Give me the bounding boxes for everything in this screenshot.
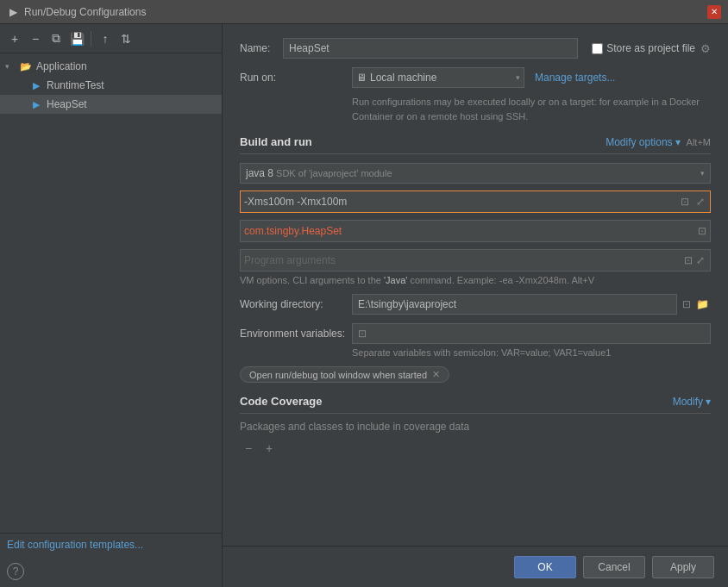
remove-config-button[interactable]: − — [26, 29, 45, 48]
env-vars-input[interactable]: ⊡ — [352, 323, 711, 344]
sdk-select-text: java 8 SDK of 'javaproject' module — [246, 167, 700, 179]
sidebar-toolbar: + − ⧉ 💾 ↑ ⇅ — [0, 24, 222, 53]
tree-expand-arrow: ▾ — [5, 62, 17, 71]
tree-item-heapset[interactable]: ▶ HeapSet — [0, 95, 222, 114]
run-on-select[interactable]: 🖥 Local machine ▾ — [352, 67, 524, 88]
env-vars-label: Environment variables: — [240, 328, 352, 340]
name-input[interactable] — [283, 38, 578, 59]
bottom-bar: OK Cancel Apply — [223, 546, 728, 587]
vm-options-copy-icon[interactable]: ⊡ — [679, 196, 691, 208]
sdk-select[interactable]: java 8 SDK of 'javaproject' module ▾ — [240, 163, 711, 184]
coverage-toolbar: − + — [240, 440, 711, 457]
move-up-button[interactable]: ↑ — [96, 29, 115, 48]
heapset-icon: ▶ — [29, 97, 43, 111]
program-args-expand-icon[interactable]: ⤢ — [694, 254, 706, 266]
gear-icon[interactable]: ⚙ — [700, 42, 711, 55]
coverage-modify-link[interactable]: Modify ▾ — [673, 396, 711, 408]
chip-label: Open run/debug tool window when started — [249, 370, 427, 380]
code-coverage-title: Code Coverage — [240, 395, 322, 408]
chip-container: Open run/debug tool window when started … — [240, 366, 711, 383]
help-button[interactable]: ? — [7, 563, 24, 580]
vm-options-hint: VM options. CLI arguments to the 'Java' … — [240, 275, 711, 285]
shortcut-hint: Alt+M — [687, 137, 711, 147]
vm-options-expand-icon[interactable]: ⤢ — [694, 196, 706, 208]
name-input-wrap — [283, 38, 578, 59]
program-args-row: Program arguments ⊡ ⤢ — [240, 249, 711, 272]
remove-coverage-button[interactable]: − — [240, 440, 257, 457]
runtimetest-icon: ▶ — [29, 78, 43, 92]
heapset-label: HeapSet — [47, 98, 87, 110]
main-class-value: com.tsingby.HeapSet — [244, 225, 698, 237]
application-group-label: Application — [36, 60, 87, 72]
env-semicolon-hint: Separate variables with semicolon: VAR=v… — [352, 347, 711, 358]
program-args-placeholder: Program arguments — [244, 254, 682, 266]
copy-config-button[interactable]: ⧉ — [47, 29, 66, 48]
chip-close-button[interactable]: ✕ — [432, 369, 440, 380]
program-args-copy-icon[interactable]: ⊡ — [682, 254, 694, 266]
sdk-desc: SDK of 'javaproject' module — [273, 168, 392, 178]
cancel-button[interactable]: Cancel — [583, 556, 645, 578]
app-icon: ▶ — [7, 6, 19, 18]
run-on-label: Run on: — [240, 72, 352, 84]
add-coverage-button[interactable]: + — [260, 440, 278, 457]
main-class-row: com.tsingby.HeapSet ⊡ — [240, 220, 711, 242]
run-on-dropdown-arrow: ▾ — [516, 73, 520, 82]
form-area: Name: Store as project file ⚙ Run on: 🖥 — [223, 24, 728, 546]
working-dir-browse-icon[interactable]: 📁 — [694, 298, 711, 310]
right-panel: Name: Store as project file ⚙ Run on: 🖥 — [223, 24, 728, 587]
store-project-checkbox-wrap: Store as project file — [592, 42, 695, 54]
sdk-dropdown-arrow: ▾ — [700, 169, 705, 178]
title-bar: ▶ Run/Debug Configurations ✕ — [0, 0, 728, 24]
main-layout: + − ⧉ 💾 ↑ ⇅ ▾ 📂 Application ▶ RuntimeTes… — [0, 24, 728, 587]
save-config-button[interactable]: 💾 — [67, 29, 86, 48]
main-class-copy-icon[interactable]: ⊡ — [698, 225, 706, 237]
tree-item-runtimetest[interactable]: ▶ RuntimeTest — [0, 76, 222, 95]
tree-group-application[interactable]: ▾ 📂 Application — [0, 57, 222, 76]
sidebar-bottom-area: Edit configuration templates... — [0, 533, 222, 556]
run-on-row: Run on: 🖥 Local machine ▾ Manage targets… — [240, 67, 711, 88]
manage-targets-link[interactable]: Manage targets... — [535, 72, 615, 84]
working-dir-edit-icon[interactable]: ⊡ — [681, 298, 693, 310]
apply-button[interactable]: Apply — [652, 556, 714, 578]
edit-templates-link[interactable]: Edit configuration templates... — [7, 539, 143, 551]
env-vars-row: Environment variables: ⊡ — [240, 323, 711, 344]
runtimetest-label: RuntimeTest — [47, 79, 104, 91]
modify-options-link[interactable]: Modify options ▾ Alt+M — [606, 136, 711, 148]
run-on-value: Local machine — [370, 72, 436, 84]
sidebar-help-area: ? — [0, 556, 222, 587]
store-project-row: Store as project file ⚙ — [592, 42, 711, 55]
name-row: Name: Store as project file ⚙ — [240, 38, 711, 59]
store-project-checkbox[interactable] — [592, 43, 603, 54]
sidebar-tree: ▾ 📂 Application ▶ RuntimeTest ▶ HeapSet — [0, 53, 222, 533]
working-dir-row: Working directory: ⊡ 📁 — [240, 294, 711, 315]
working-dir-input[interactable] — [352, 294, 677, 315]
open-tool-window-chip: Open run/debug tool window when started … — [240, 366, 449, 383]
dir-icons: ⊡ 📁 — [681, 298, 711, 310]
run-on-select-icon: 🖥 — [356, 72, 367, 84]
add-config-button[interactable]: + — [5, 29, 24, 48]
name-label: Name: — [240, 42, 283, 54]
sort-button[interactable]: ⇅ — [116, 29, 135, 48]
application-group-icon: 📂 — [19, 59, 33, 73]
working-dir-label: Working directory: — [240, 298, 352, 310]
env-vars-edit-icon[interactable]: ⊡ — [356, 328, 368, 340]
dialog-title: Run/Debug Configurations — [24, 6, 707, 18]
run-on-info-text: Run configurations may be executed local… — [352, 95, 711, 123]
sdk-name: java 8 — [246, 167, 273, 179]
ok-button[interactable]: OK — [514, 556, 576, 578]
sdk-row: java 8 SDK of 'javaproject' module ▾ — [240, 163, 711, 184]
store-project-label: Store as project file — [606, 42, 695, 54]
code-coverage-section-header: Code Coverage Modify ▾ — [240, 395, 711, 414]
vm-options-input[interactable] — [244, 196, 675, 208]
close-button[interactable]: ✕ — [707, 5, 721, 19]
toolbar-separator — [91, 31, 91, 47]
build-run-section-header: Build and run Modify options ▾ Alt+M — [240, 135, 711, 154]
build-run-title: Build and run — [240, 135, 312, 148]
coverage-desc: Packages and classes to include in cover… — [240, 421, 711, 433]
vm-options-row: ⊡ ⤢ — [240, 190, 711, 213]
sidebar: + − ⧉ 💾 ↑ ⇅ ▾ 📂 Application ▶ RuntimeTes… — [0, 24, 223, 587]
